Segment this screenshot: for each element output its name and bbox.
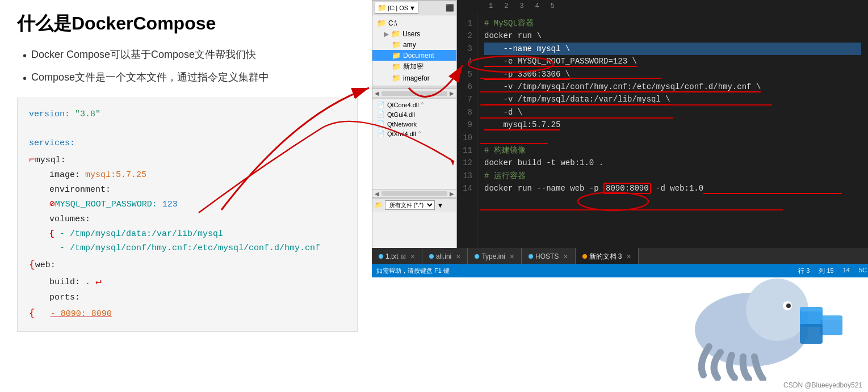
mysql-root-label: MYSQL_ROOT_PASSWORD:	[55, 200, 162, 209]
folder-doc-icon: 📁	[392, 51, 401, 60]
tab-aliini-dot	[429, 254, 434, 259]
web-label: web:	[35, 260, 56, 270]
tree-item-c[interactable]: 📁 C:\	[372, 18, 456, 28]
code-services-line: services:	[29, 136, 346, 151]
code-editor-text[interactable]: # MySQL容器 docker run \ --name mysql \ -e…	[477, 12, 868, 264]
line-4: -e MYSQL_ROOT_PASSWORD=123 \	[484, 55, 861, 68]
editor-content[interactable]: 1 2 3 4 5 6 7 8 9 10 11 12 13 14 # MySQL…	[457, 12, 868, 264]
code-build-line: build: . ↵	[29, 273, 346, 290]
num-5c: 5C	[859, 267, 867, 275]
tab-typeini[interactable]: Type.ini ×	[468, 248, 522, 265]
bullet-item-2: • Compose文件是一个文本文件，通过指令定义集群中	[23, 70, 358, 86]
tab-hosts-close-btn[interactable]: ×	[563, 252, 568, 261]
bullet-text-2: Compose文件是一个文本文件，通过指令定义集群中	[31, 70, 269, 84]
code-ports-line: ports:	[29, 290, 346, 305]
line-num-6: 6	[459, 81, 472, 93]
tab-hosts-dot	[529, 254, 533, 259]
file-item-qtcore[interactable]: 📄 QtCore4.dll ^	[372, 100, 456, 109]
tab-newdoc3-dot	[582, 254, 587, 259]
line-6: -v /tmp/mysql/conf/hmy.cnf:/etc/mysql/co…	[484, 81, 861, 93]
col-number-1: 1	[489, 2, 493, 12]
version-value: "3.8"	[75, 109, 100, 119]
bullet-item-1: • Docker Compose可以基于Compose文件帮我们快	[23, 48, 358, 64]
csdn-watermark: CSDN @Blueeyedboy521	[783, 381, 862, 389]
filter-dropdown[interactable]: 所有文件 (*.*)	[385, 200, 435, 210]
svg-rect-8	[820, 315, 842, 320]
code-version-line: version: "3.8"	[29, 107, 346, 122]
file-qtgui-icon: 📄	[377, 111, 385, 118]
line-num-3: 3	[459, 43, 472, 55]
expand-users-icon: ▶	[384, 30, 389, 38]
svg-rect-7	[800, 307, 823, 311]
code-vol2-line: - /tmp/mysql/conf/hmy.cnf:/etc/mysql/con…	[29, 241, 346, 256]
tab-hosts-label: HOSTS	[535, 252, 559, 260]
line-9: mysql:5.7.25	[484, 119, 861, 131]
tab-aliini-close-btn[interactable]: ×	[456, 252, 460, 261]
drive-label: [C:] OS	[388, 5, 408, 11]
volumes-label: volumes:	[49, 214, 90, 224]
filter-bar: 📁 所有文件 (*.*) ▼	[372, 198, 456, 212]
file-qtnet-icon: 📄	[377, 120, 385, 128]
tree-item-document[interactable]: 📁 Document	[372, 50, 456, 61]
docker-logo-svg	[652, 262, 851, 381]
bullet-dot-1: •	[23, 48, 27, 64]
file-item-qtnet[interactable]: 📄 QtNetwork	[372, 119, 456, 129]
docker-illustration	[652, 262, 851, 381]
folder-users-icon: 📁	[391, 29, 400, 38]
file-item-qtgui[interactable]: 📄 QtGui4.dll	[372, 109, 456, 119]
file-item-qtxml[interactable]: 📄 QtXml4.dll ^	[372, 129, 456, 138]
line-num-7: 7	[459, 93, 472, 106]
mysql-root-value: 123	[162, 200, 178, 209]
tab-aliini-label: ali.ini	[436, 252, 451, 260]
line-num-13: 13	[459, 170, 472, 182]
scroll-right-icon[interactable]: ▶	[450, 90, 454, 96]
tree-item-imagefor[interactable]: 📁 imagefor	[372, 73, 456, 83]
tree-item-amy[interactable]: 📁 amy	[372, 39, 456, 50]
hscroll-left-icon[interactable]: ◀	[375, 191, 379, 197]
col-number-3: 3	[519, 2, 523, 12]
line-3: --name mysql \	[484, 43, 861, 55]
file-qtxml-label: QtXml4.dll	[387, 130, 416, 137]
tab-1txt-label: 1.txt	[385, 252, 399, 260]
tree-item-newenc[interactable]: 📁 新加密	[372, 61, 456, 73]
line-2: docker run \	[484, 29, 861, 42]
line-11: # 构建镜像	[484, 144, 861, 157]
folder-newenc-icon: 📁	[392, 62, 401, 71]
tab-typeini-close-btn[interactable]: ×	[510, 252, 514, 261]
tab-newdoc3-close-btn[interactable]: ×	[627, 252, 631, 261]
tab-1txt-close-btn[interactable]: ×	[410, 252, 415, 261]
filter-dropdown-arrow: ▼	[437, 202, 443, 209]
code-web-line: {web:	[29, 256, 346, 273]
ports-label: ports:	[49, 293, 80, 302]
tree-item-users[interactable]: ▶ 📁 Users	[372, 28, 456, 39]
line-num-10: 10	[459, 132, 472, 144]
maximize-icon[interactable]: ⬛	[446, 4, 454, 12]
line-1: # MySQL容器	[484, 17, 861, 29]
hscroll-right-icon[interactable]: ▶	[450, 191, 454, 197]
code-port-line: { - 8090: 8090	[29, 305, 346, 322]
line-13: # 运行容器	[484, 170, 861, 182]
code-mysql-root-line: ⊘MYSQL_ROOT_PASSWORD: 123	[29, 197, 346, 212]
line-num-4: 4	[459, 55, 472, 68]
tab-aliini[interactable]: ali.ini ×	[422, 248, 468, 265]
code-vol1-line: { - /tmp/mysql/data:/var/lib/mysql	[29, 227, 346, 242]
file-qtxml-icon: 📄	[377, 130, 385, 137]
tree-item-doc-label: Document	[403, 52, 434, 60]
dropdown-arrow-icon: ▼	[409, 5, 416, 11]
folder-amy-icon: 📁	[392, 40, 401, 49]
svg-point-1	[746, 279, 808, 341]
file-qtcore-label: QtCore4.dll	[387, 102, 419, 108]
scroll-left-icon[interactable]: ◀	[375, 90, 379, 96]
file-tree: 📁 C:\ ▶ 📁 Users 📁 amy 📁 Document 📁 新加密 📁…	[372, 15, 456, 86]
file-qtnet-label: QtNetwork	[387, 121, 417, 128]
col-number-4: 4	[535, 2, 539, 12]
line-num-12: 12	[459, 157, 472, 169]
tab-1txt-dot	[379, 254, 383, 259]
tab-typeini-label: Type.ini	[481, 252, 505, 260]
tab-newdoc3[interactable]: 新的文档 3 ×	[576, 248, 639, 265]
tab-1txt[interactable]: 1.txt ⊠ ×	[372, 248, 422, 265]
col-number-5: 5	[551, 2, 555, 12]
line-num-2: 2	[459, 29, 472, 42]
tab-hosts[interactable]: HOSTS ×	[522, 248, 576, 265]
drive-dropdown[interactable]: 📁 [C:] OS ▼	[375, 2, 418, 14]
